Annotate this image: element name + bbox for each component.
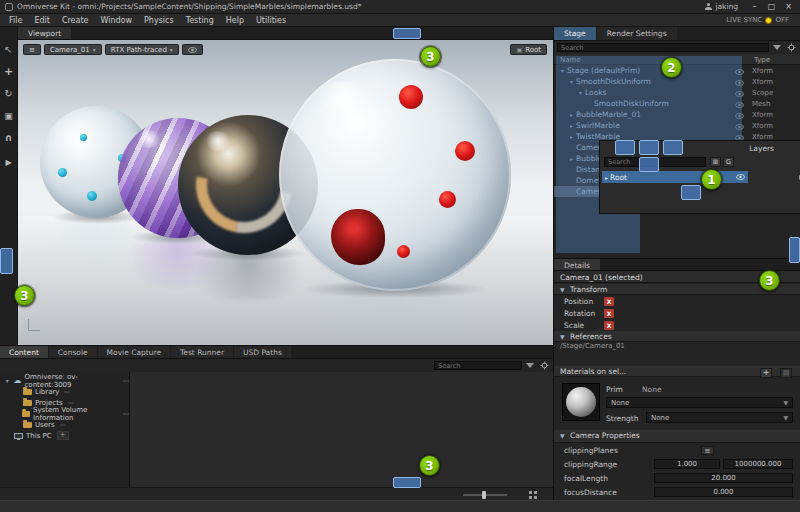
content-tree-item[interactable]: System Volume Information bbox=[0, 408, 129, 419]
transform-row-label: Rotation bbox=[564, 309, 598, 318]
prim-value: None bbox=[642, 385, 662, 394]
add-connection-button[interactable] bbox=[123, 380, 129, 382]
viewport-toolbar: ≡ Camera_01 RTX Path-traced bbox=[23, 44, 203, 55]
add-connection-button[interactable] bbox=[64, 391, 70, 393]
folder-icon bbox=[23, 400, 32, 406]
content-item-label: Users bbox=[35, 421, 55, 429]
layers-tool-button[interactable]: G bbox=[723, 157, 734, 167]
content-tab[interactable]: Test Runner bbox=[171, 346, 233, 358]
stage-tab[interactable]: Render Settings bbox=[597, 27, 677, 40]
dock-target-center bbox=[639, 140, 659, 155]
menu-item[interactable]: Utilities bbox=[250, 16, 292, 25]
strength-dropdown[interactable]: None▼ bbox=[646, 412, 793, 423]
slider-handle[interactable] bbox=[482, 491, 486, 499]
clear-transform-button[interactable]: X bbox=[604, 297, 614, 306]
stage-search-input[interactable] bbox=[557, 43, 769, 52]
transform-row-label: Position bbox=[564, 297, 598, 306]
transform-row: Position X bbox=[554, 295, 800, 307]
details-tab[interactable]: Details bbox=[554, 259, 600, 270]
expand-arrow-icon[interactable]: ▸ bbox=[605, 174, 608, 181]
add-connection-button[interactable] bbox=[60, 424, 66, 426]
content-tab[interactable]: Console bbox=[49, 346, 97, 358]
content-tree: ▾ Omniverse: ov-content:3009 Library bbox=[0, 372, 130, 487]
dock-target-left bbox=[0, 248, 13, 274]
visibility-toggle-button[interactable] bbox=[182, 44, 203, 55]
focus-distance-field[interactable]: 0.000 bbox=[654, 487, 793, 497]
layers-tool-button[interactable]: ⊞ bbox=[710, 157, 721, 167]
add-connection-button[interactable] bbox=[123, 413, 129, 415]
layer-name: Root bbox=[610, 173, 627, 182]
user-chip[interactable]: jaking bbox=[705, 2, 738, 11]
add-connection-button[interactable]: + bbox=[57, 431, 69, 440]
callout-badge: 1 bbox=[701, 169, 722, 190]
content-grid-area[interactable] bbox=[130, 372, 553, 487]
layers-root-item[interactable]: ▸ Root bbox=[602, 171, 748, 183]
expand-arrow-icon[interactable]: ▾ bbox=[4, 377, 11, 384]
live-sync-dot-icon[interactable] bbox=[765, 17, 772, 24]
clear-transform-button[interactable]: X bbox=[604, 309, 614, 318]
content-tab-bar: ContentConsoleMovie CaptureTest RunnerUS… bbox=[0, 346, 553, 359]
references-section-header[interactable]: ▼ References bbox=[554, 331, 800, 342]
transform-row-label: Scale bbox=[564, 321, 598, 330]
prim-type: Mesh bbox=[752, 100, 770, 108]
select-icon[interactable] bbox=[2, 43, 16, 56]
menu-item[interactable]: Create bbox=[56, 16, 95, 25]
material-extra-button[interactable]: ▤ bbox=[780, 368, 792, 378]
live-sync-control[interactable]: LIVE SYNC OFF bbox=[726, 16, 789, 24]
viewport-canvas[interactable] bbox=[18, 40, 553, 345]
content-tab[interactable]: USD Paths bbox=[234, 346, 291, 358]
content-item-label: Library bbox=[35, 388, 59, 396]
stage-tab[interactable]: Stage bbox=[554, 27, 596, 40]
filter-icon[interactable] bbox=[771, 43, 783, 53]
content-item-label: Omniverse: ov-content:3009 bbox=[25, 373, 118, 389]
menu-item[interactable]: File bbox=[3, 16, 28, 25]
add-connection-button[interactable] bbox=[68, 402, 74, 404]
menu-item[interactable]: Help bbox=[220, 16, 250, 25]
content-item-label: System Volume Information bbox=[33, 406, 118, 422]
content-tree-item[interactable]: ▾ Omniverse: ov-content:3009 bbox=[0, 375, 129, 386]
property-row: focusDistance 0.000 bbox=[554, 485, 800, 499]
clipping-range-min-field[interactable]: 1.000 bbox=[654, 459, 720, 469]
menu-item[interactable]: Window bbox=[94, 16, 138, 25]
list-edit-icon[interactable]: ≡ bbox=[701, 446, 714, 455]
layers-title: Layers bbox=[749, 144, 774, 153]
content-search-input[interactable] bbox=[434, 361, 522, 370]
clear-transform-button[interactable]: X bbox=[604, 321, 614, 330]
scale-icon[interactable] bbox=[2, 109, 16, 122]
gear-icon[interactable] bbox=[785, 43, 797, 53]
maximize-button[interactable]: □ bbox=[765, 1, 778, 12]
window-title: Omniverse Kit - omni:/Projects/SampleCon… bbox=[17, 2, 701, 11]
focal-length-field[interactable]: 20.000 bbox=[654, 473, 793, 483]
filter-icon[interactable] bbox=[524, 361, 536, 371]
camera-properties-header[interactable]: ▼ Camera Properties bbox=[554, 430, 800, 443]
viewport-tab[interactable]: Viewport bbox=[18, 27, 71, 39]
material-binding-dropdown[interactable]: None▼ bbox=[606, 397, 793, 408]
viewport-menu-button[interactable]: ≡ bbox=[23, 44, 41, 55]
menu-item[interactable]: Physics bbox=[138, 16, 180, 25]
add-material-button[interactable]: + bbox=[760, 368, 772, 378]
content-tree-item[interactable]: This PC + bbox=[0, 430, 129, 441]
clipping-range-max-field[interactable]: 1000000.000 bbox=[723, 459, 793, 469]
visibility-eye-icon[interactable] bbox=[736, 173, 745, 182]
content-tab[interactable]: Content bbox=[0, 346, 48, 358]
stage-search-row bbox=[554, 41, 800, 54]
status-bar bbox=[0, 500, 800, 512]
move-icon[interactable] bbox=[2, 65, 16, 78]
cube-icon: ▣ bbox=[516, 46, 522, 53]
grid-view-icon[interactable] bbox=[529, 491, 537, 499]
eye-icon bbox=[188, 47, 197, 53]
snap-icon[interactable] bbox=[2, 131, 16, 144]
content-tab[interactable]: Movie Capture bbox=[98, 346, 170, 358]
renderer-select-button[interactable]: RTX Path-traced bbox=[105, 44, 179, 55]
root-button[interactable]: ▣ Root bbox=[510, 44, 547, 55]
play-icon[interactable] bbox=[2, 153, 16, 166]
menu-item[interactable]: Edit bbox=[28, 16, 56, 25]
menu-item[interactable]: Testing bbox=[180, 16, 220, 25]
close-button[interactable]: × bbox=[782, 1, 795, 12]
transform-row: Scale X bbox=[554, 319, 800, 331]
minimize-button[interactable]: – bbox=[748, 1, 761, 12]
thumbnail-size-slider[interactable] bbox=[463, 494, 507, 496]
rotate-icon[interactable] bbox=[2, 87, 16, 100]
camera-select-button[interactable]: Camera_01 bbox=[44, 44, 102, 55]
gear-icon[interactable] bbox=[538, 361, 550, 371]
